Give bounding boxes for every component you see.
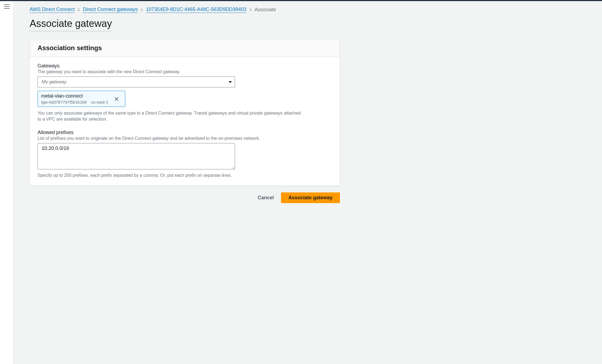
panel-header: Association settings bbox=[30, 39, 340, 57]
prefixes-description: List of prefixes you want to originate o… bbox=[38, 136, 332, 141]
panel-title: Association settings bbox=[38, 44, 332, 52]
gateways-description: The gateway you want to associate with t… bbox=[38, 69, 332, 74]
prefixes-group: Allowed prefixes List of prefixes you wa… bbox=[38, 130, 332, 178]
chevron-right-icon bbox=[140, 8, 143, 12]
cancel-button[interactable]: Cancel bbox=[257, 193, 275, 203]
gateways-select[interactable]: My gateway bbox=[38, 76, 235, 87]
selected-gateway-id: tgw-0d3787797f5b1b168 bbox=[41, 100, 87, 104]
breadcrumb-link-root[interactable]: AWS Direct Connect bbox=[30, 7, 75, 13]
associate-gateway-button[interactable]: Associate gateway bbox=[281, 192, 340, 203]
chevron-right-icon bbox=[77, 8, 80, 12]
prefixes-hint: Specify up to 200 prefixes, each prefix … bbox=[38, 173, 332, 178]
close-icon[interactable] bbox=[113, 96, 120, 102]
breadcrumb: AWS Direct Connect Direct Connect gatewa… bbox=[30, 7, 340, 13]
selected-gateway-name: metal-vlan-connect bbox=[41, 93, 108, 99]
side-nav-collapsed bbox=[0, 1, 14, 364]
gateways-placeholder: My gateway bbox=[42, 79, 67, 85]
gateways-group: Gateways The gateway you want to associa… bbox=[38, 63, 332, 123]
page-title: Associate gateway bbox=[30, 18, 112, 31]
prefixes-textarea[interactable]: 10.20.0.0/16 bbox=[38, 143, 235, 169]
hamburger-icon[interactable] bbox=[4, 4, 10, 9]
caret-down-icon bbox=[229, 81, 232, 83]
breadcrumb-link-gateways[interactable]: Direct Connect gateways bbox=[83, 7, 138, 13]
gateways-hint: You can only associate gateways of the s… bbox=[38, 110, 303, 123]
form-actions: Cancel Associate gateway bbox=[30, 192, 340, 203]
selected-gateway-token: metal-vlan-connect tgw-0d3787797f5b1b168… bbox=[38, 91, 125, 107]
breadcrumb-current: Associate bbox=[255, 7, 276, 13]
chevron-right-icon bbox=[249, 8, 252, 12]
prefixes-label: Allowed prefixes bbox=[38, 130, 332, 135]
selected-gateway-region: us-east-1 bbox=[91, 100, 108, 104]
association-settings-panel: Association settings Gateways The gatewa… bbox=[30, 39, 340, 186]
gateways-label: Gateways bbox=[38, 63, 332, 69]
breadcrumb-link-id[interactable]: 107354E9-8D1C-4465-A48C-563D9DD39403 bbox=[146, 7, 246, 13]
